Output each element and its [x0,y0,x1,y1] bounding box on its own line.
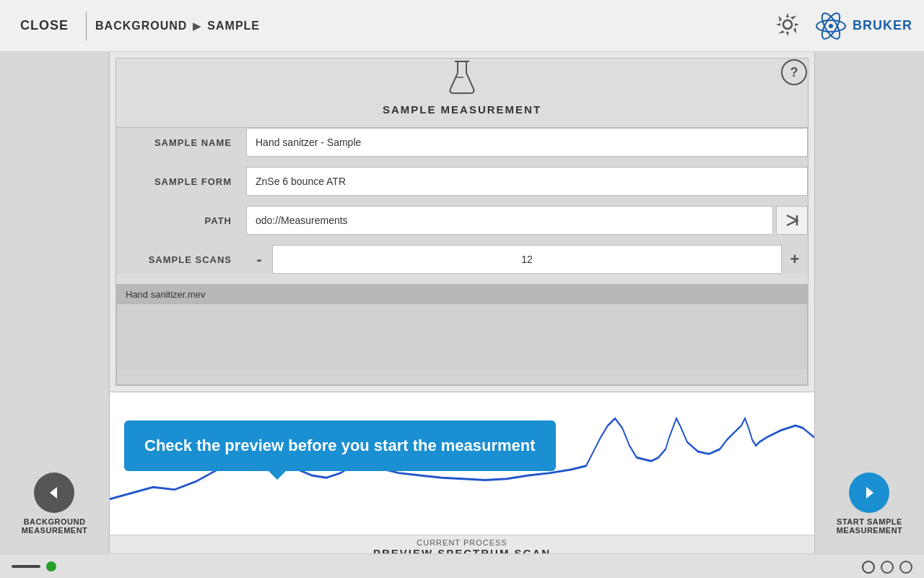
sample-form-input[interactable] [246,167,808,196]
header-right: BRUKER [775,7,912,45]
sample-name-input[interactable] [246,128,808,157]
tooltip: Check the preview before you start the m… [124,420,556,471]
status-line [12,565,40,568]
page-dot-2[interactable] [881,561,894,574]
background-measurement-button[interactable]: BACKGROUND MEASUREMENT [22,473,88,535]
sample-name-row: SAMPLE NAME [116,128,808,157]
form-container: SAMPLE MEASUREMENT SAMPLE NAME SAMPLE FO… [116,58,808,386]
current-process-label: CURRENT PROCESS [110,538,814,547]
center-inner: ? SAMPLE MEASUREMENT [110,52,814,578]
bruker-logo: BRUKER [812,7,912,45]
settings-icon[interactable] [775,12,801,40]
sample-form-row: SAMPLE FORM [116,167,808,196]
list-item[interactable]: Hand sanitizer.mev [117,285,807,304]
right-panel: START SAMPLE MEASUREMENT [814,52,924,578]
breadcrumb-arrow: ▶ [193,20,201,32]
scan-value-input[interactable] [272,245,782,274]
form-header: SAMPLE MEASUREMENT [116,59,808,116]
background-btn-label: BACKGROUND MEASUREMENT [22,517,88,535]
status-indicator [12,561,56,571]
flask-icon [448,59,476,100]
path-label: PATH [116,215,246,226]
main-area: BACKGROUND MEASUREMENT ? SAMPL [0,52,924,578]
scan-plus-button[interactable]: + [782,245,808,274]
sample-scans-label: SAMPLE SCANS [116,254,246,265]
sample-scans-row: SAMPLE SCANS - + [116,245,808,274]
breadcrumb-sample: SAMPLE [207,20,260,33]
back-arrow-circle [34,473,74,513]
bruker-label: BRUKER [853,18,912,33]
scan-minus-button[interactable]: - [246,245,272,274]
start-sample-measurement-button[interactable]: START SAMPLE MEASUREMENT [837,473,903,535]
header: CLOSE BACKGROUND ▶ SAMPLE [0,0,924,52]
tooltip-text: Check the preview before you start the m… [144,436,536,454]
breadcrumb-background: BACKGROUND [95,20,187,33]
path-row: PATH [116,206,808,235]
pagination [862,561,912,574]
svg-point-0 [783,20,792,29]
header-divider [86,12,87,40]
spectrum-area: CURRENT PROCESS PREVIEW SPECTRUM SCAN AD… [110,392,814,578]
start-btn-label: START SAMPLE MEASUREMENT [837,517,903,535]
breadcrumb: BACKGROUND ▶ SAMPLE [95,20,260,33]
close-button[interactable]: CLOSE [12,12,77,39]
left-panel: BACKGROUND MEASUREMENT [0,52,110,578]
file-list: Hand sanitizer.mev [116,284,808,385]
path-input-group [246,206,808,235]
path-input[interactable] [246,206,773,235]
svg-marker-5 [50,487,57,499]
svg-marker-9 [866,487,873,499]
svg-point-4 [829,24,833,28]
start-arrow-circle [849,473,889,513]
form-title: SAMPLE MEASUREMENT [383,103,541,116]
center-panel: ? SAMPLE MEASUREMENT [110,52,814,578]
scan-controls: - + [246,245,808,274]
path-browse-button[interactable] [776,206,808,235]
sample-form-label: SAMPLE FORM [116,176,246,187]
sample-name-label: SAMPLE NAME [116,137,246,148]
help-button[interactable]: ? [781,59,807,85]
status-dot [46,561,56,571]
bottom-bar [0,553,924,578]
page-dot-1[interactable] [862,561,875,574]
page-dot-3[interactable] [899,561,912,574]
